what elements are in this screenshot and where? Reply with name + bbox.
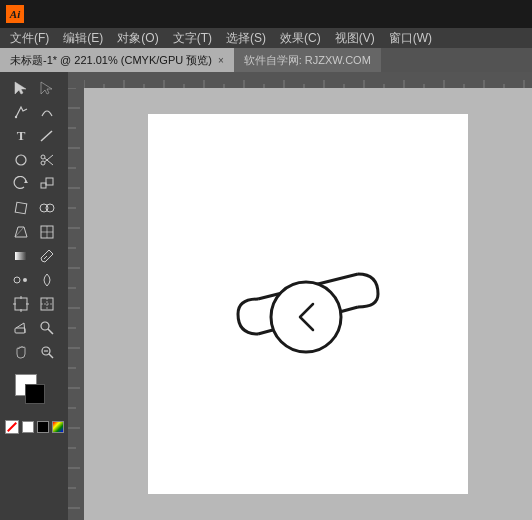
zoom-tool[interactable] xyxy=(34,316,60,340)
svg-marker-7 xyxy=(24,180,28,183)
direct-select-tool[interactable] xyxy=(34,76,60,100)
svg-line-34 xyxy=(48,329,53,334)
menu-type[interactable]: 文字(T) xyxy=(167,28,218,49)
svg-line-31 xyxy=(16,323,24,328)
tab-bar: 未标题-1* @ 221.01% (CMYK/GPU 预览) × 软件自学网: … xyxy=(0,48,532,72)
black-swatch[interactable] xyxy=(37,421,49,433)
canvas-white xyxy=(148,114,468,494)
eraser-tool[interactable] xyxy=(8,316,34,340)
hand-tool[interactable] xyxy=(8,340,34,364)
tool-row-2 xyxy=(0,100,68,124)
toolbar: T xyxy=(0,72,68,520)
tool-row-12 xyxy=(0,340,68,364)
artboard xyxy=(84,88,532,520)
ruler-corner xyxy=(68,72,84,88)
ellipse-tool[interactable] xyxy=(8,148,34,172)
svg-point-33 xyxy=(41,322,49,330)
zoom-out-tool[interactable] xyxy=(34,340,60,364)
tab-close-button[interactable]: × xyxy=(218,55,224,66)
canvas-area xyxy=(68,72,532,520)
stroke-swatch[interactable] xyxy=(25,384,45,404)
tool-row-8 xyxy=(0,244,68,268)
vertical-ruler xyxy=(68,88,84,520)
svg-rect-9 xyxy=(46,178,53,185)
pen-tool[interactable] xyxy=(8,100,34,124)
tool-row-11 xyxy=(0,316,68,340)
menu-object[interactable]: 对象(O) xyxy=(111,28,164,49)
rotate-tool[interactable] xyxy=(8,172,34,196)
active-tab-label: 未标题-1* @ 221.01% (CMYK/GPU 预览) xyxy=(10,53,212,68)
svg-rect-30 xyxy=(15,328,25,333)
artwork-svg xyxy=(218,239,398,369)
mesh-tool[interactable] xyxy=(34,220,60,244)
menu-window[interactable]: 窗口(W) xyxy=(383,28,438,49)
line-tool[interactable] xyxy=(34,124,60,148)
main-layout: T xyxy=(0,72,532,520)
color-swatches[interactable] xyxy=(15,374,53,412)
svg-rect-8 xyxy=(41,183,46,188)
gradient-tool[interactable] xyxy=(8,244,34,268)
svg-rect-38 xyxy=(84,72,532,88)
white-swatch[interactable] xyxy=(22,421,34,433)
menu-select[interactable]: 选择(S) xyxy=(220,28,272,49)
svg-line-1 xyxy=(41,131,52,141)
svg-marker-13 xyxy=(15,227,27,237)
svg-point-20 xyxy=(14,277,20,283)
slice-tool[interactable] xyxy=(34,292,60,316)
tool-row-5 xyxy=(0,172,68,196)
svg-line-19 xyxy=(44,256,47,259)
tool-row-4 xyxy=(0,148,68,172)
svg-rect-63 xyxy=(68,88,84,520)
blend-tool[interactable] xyxy=(8,268,34,292)
artboard-tool[interactable] xyxy=(8,292,34,316)
tool-row-6 xyxy=(0,196,68,220)
selection-tool[interactable] xyxy=(8,76,34,100)
ai-logo-icon: Ai xyxy=(6,5,24,23)
tool-row-7 xyxy=(0,220,68,244)
scissors-tool[interactable] xyxy=(34,148,60,172)
menu-bar: 文件(F) 编辑(E) 对象(O) 文字(T) 选择(S) 效果(C) 视图(V… xyxy=(0,28,532,48)
svg-line-32 xyxy=(24,323,25,333)
extra-tab[interactable]: 软件自学网: RJZXW.COM xyxy=(234,48,381,72)
menu-effect[interactable]: 效果(C) xyxy=(274,28,327,49)
title-bar: Ai xyxy=(0,0,532,28)
svg-rect-22 xyxy=(15,298,27,310)
svg-rect-10 xyxy=(15,202,27,214)
svg-point-2 xyxy=(16,155,26,165)
shape-builder-tool[interactable] xyxy=(34,196,60,220)
eyedropper-tool[interactable] xyxy=(34,244,60,268)
color-area xyxy=(1,370,68,438)
free-transform-tool[interactable] xyxy=(8,196,34,220)
tool-row-9 xyxy=(0,268,68,292)
live-paint-tool[interactable] xyxy=(34,268,60,292)
horizontal-ruler xyxy=(84,72,532,88)
svg-point-0 xyxy=(15,116,17,118)
tool-row-3: T xyxy=(0,124,68,148)
menu-view[interactable]: 视图(V) xyxy=(329,28,381,49)
menu-file[interactable]: 文件(F) xyxy=(4,28,55,49)
type-tool[interactable]: T xyxy=(8,124,34,148)
svg-point-21 xyxy=(23,278,27,282)
svg-line-36 xyxy=(49,354,53,358)
svg-point-89 xyxy=(271,282,341,352)
perspective-tool[interactable] xyxy=(8,220,34,244)
tool-row-1 xyxy=(0,76,68,100)
svg-rect-18 xyxy=(15,252,27,260)
swap-icon[interactable] xyxy=(5,420,19,434)
color-swatch[interactable] xyxy=(52,421,64,433)
menu-edit[interactable]: 编辑(E) xyxy=(57,28,109,49)
curvature-tool[interactable] xyxy=(34,100,60,124)
tool-row-10 xyxy=(0,292,68,316)
svg-point-12 xyxy=(46,204,54,212)
extra-tab-label: 软件自学网: RJZXW.COM xyxy=(244,53,371,68)
active-tab[interactable]: 未标题-1* @ 221.01% (CMYK/GPU 预览) × xyxy=(0,48,234,72)
scale-tool[interactable] xyxy=(34,172,60,196)
